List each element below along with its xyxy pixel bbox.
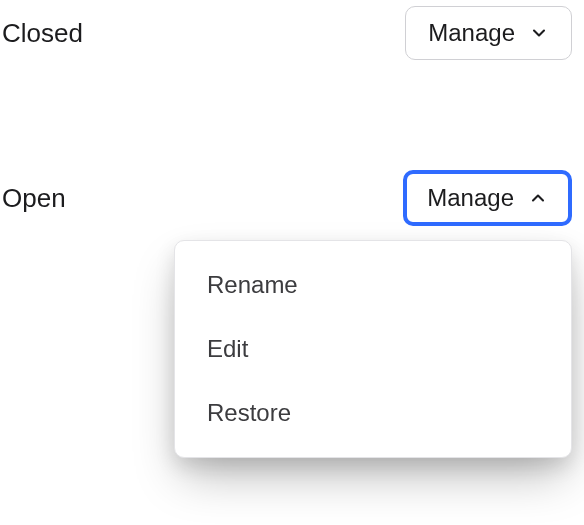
status-label-open: Open [0, 183, 66, 214]
dropdown-item-edit[interactable]: Edit [175, 317, 571, 381]
dropdown-item-rename[interactable]: Rename [175, 253, 571, 317]
chevron-down-icon [529, 23, 549, 43]
manage-button-closed[interactable]: Manage [405, 6, 572, 60]
manage-button-label: Manage [428, 21, 515, 45]
row-closed: Closed Manage [0, 6, 584, 60]
dropdown-item-restore[interactable]: Restore [175, 381, 571, 445]
manage-button-label: Manage [427, 186, 514, 210]
chevron-up-icon [528, 188, 548, 208]
manage-button-open[interactable]: Manage [403, 170, 572, 226]
row-open: Open Manage [0, 170, 584, 226]
status-label-closed: Closed [0, 18, 83, 49]
manage-dropdown: Rename Edit Restore [174, 240, 572, 458]
